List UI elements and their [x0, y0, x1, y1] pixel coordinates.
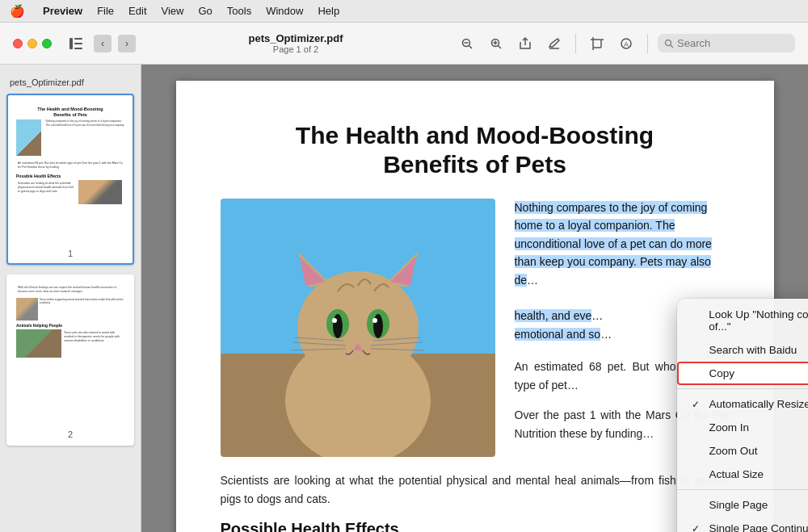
ctx-single-page-continuous[interactable]: ✓ Single Page Continuous [677, 517, 809, 532]
menu-preview[interactable]: Preview [43, 5, 82, 17]
minimize-button[interactable] [27, 39, 37, 48]
svg-point-32 [372, 318, 377, 323]
main-layout: pets_Optimizer.pdf The Health and Mood-B… [0, 65, 808, 532]
svg-rect-0 [69, 38, 73, 49]
thumbnail-number-2: 2 [13, 429, 128, 439]
toolbar: ‹ › pets_Optimizer.pdf Page 1 of 2 [0, 23, 808, 65]
pdf-page: The Health and Mood-BoostingBenefits of … [176, 81, 774, 532]
crop-button[interactable] [586, 32, 608, 55]
ctx-zoom-in[interactable]: Zoom In [677, 416, 809, 439]
ctx-search-baidu[interactable]: Search with Baidu [677, 338, 809, 362]
zoom-in-button[interactable] [485, 32, 507, 55]
menu-window[interactable]: Window [266, 5, 303, 17]
thumbnail-page-2[interactable]: With all of these findings we can expect… [6, 274, 134, 446]
markup-button[interactable] [543, 32, 566, 55]
share-button[interactable] [514, 32, 537, 55]
svg-rect-2 [74, 43, 82, 44]
search-icon [664, 39, 674, 48]
sidebar-toggle-button[interactable] [65, 32, 87, 55]
svg-marker-24 [300, 257, 326, 286]
thumbnail-content-1: The Health and Mood-BoostingBenefits of … [13, 100, 128, 245]
toolbar-right: A [456, 32, 795, 55]
pdf-body: Nothing compares to the joy of coming ho… [221, 199, 730, 457]
sidebar-filename: pets_Optimizer.pdf [6, 74, 134, 94]
toolbar-left: ‹ › [13, 32, 136, 55]
ctx-single-page[interactable]: Single Page [677, 493, 809, 517]
pdf-title: The Health and Mood-BoostingBenefits of … [221, 121, 730, 179]
menu-view[interactable]: View [162, 5, 184, 17]
svg-point-22 [297, 271, 419, 384]
svg-rect-12 [593, 40, 601, 48]
close-button[interactable] [13, 39, 23, 48]
svg-line-8 [499, 45, 502, 48]
annotations-button[interactable]: A [615, 32, 638, 55]
pdf-paragraph3: Scientists are looking at what the poten… [221, 471, 730, 509]
ctx-copy[interactable]: Copy [677, 362, 809, 385]
back-nav-button[interactable]: ‹ [94, 35, 112, 52]
svg-line-20 [671, 44, 674, 48]
toolbar-center: pets_Optimizer.pdf Page 1 of 2 [144, 32, 448, 54]
thumbnail-number-1: 1 [13, 249, 128, 258]
ctx-lookup[interactable]: Look Up "Nothing compares to the joy of.… [677, 303, 809, 338]
highlighted-text: Nothing compares to the joy of coming ho… [515, 201, 712, 287]
menu-tools[interactable]: Tools [227, 5, 251, 17]
svg-rect-3 [74, 48, 82, 49]
ctx-actual-size[interactable]: Actual Size [677, 463, 809, 486]
ctx-zoom-out[interactable]: Zoom Out [677, 439, 809, 463]
cat-image [221, 199, 495, 457]
svg-point-29 [333, 314, 343, 338]
svg-point-30 [373, 314, 383, 338]
traffic-lights [13, 39, 52, 48]
ctx-separator-1 [677, 388, 809, 389]
thumbnail-page-1[interactable]: The Health and Mood-BoostingBenefits of … [6, 94, 134, 265]
search-input[interactable] [677, 37, 774, 49]
search-box[interactable] [658, 34, 795, 52]
ctx-separator-2 [677, 489, 809, 490]
pdf-subtitle: Possible Health Effects [221, 520, 730, 532]
sidebar: pets_Optimizer.pdf The Health and Mood-B… [0, 65, 141, 532]
document-filename: pets_Optimizer.pdf [248, 32, 343, 44]
menu-help[interactable]: Help [318, 5, 339, 17]
ctx-auto-resize[interactable]: ✓ Automatically Resize [677, 392, 809, 416]
fullscreen-button[interactable] [42, 39, 52, 48]
page-info: Page 1 of 2 [273, 44, 318, 54]
content-area: The Health and Mood-BoostingBenefits of … [141, 65, 808, 532]
toolbar-divider [575, 34, 576, 53]
svg-point-31 [332, 318, 337, 323]
svg-line-5 [469, 45, 473, 48]
svg-text:A: A [624, 40, 629, 48]
zoom-out-button[interactable] [456, 32, 478, 55]
thumbnail-content-2: With all of these findings we can expect… [13, 281, 128, 426]
menu-file[interactable]: File [97, 5, 114, 17]
svg-point-19 [666, 40, 671, 45]
forward-nav-button[interactable]: › [118, 35, 136, 52]
toolbar-divider2 [647, 34, 648, 53]
menu-bar: 🍎 Preview File Edit View Go Tools Window… [0, 0, 808, 23]
apple-menu[interactable]: 🍎 [10, 4, 25, 19]
context-menu: Look Up "Nothing compares to the joy of.… [677, 299, 809, 532]
menu-edit[interactable]: Edit [128, 5, 146, 17]
svg-rect-1 [74, 38, 82, 40]
svg-marker-26 [390, 257, 416, 286]
menu-go[interactable]: Go [198, 5, 212, 17]
